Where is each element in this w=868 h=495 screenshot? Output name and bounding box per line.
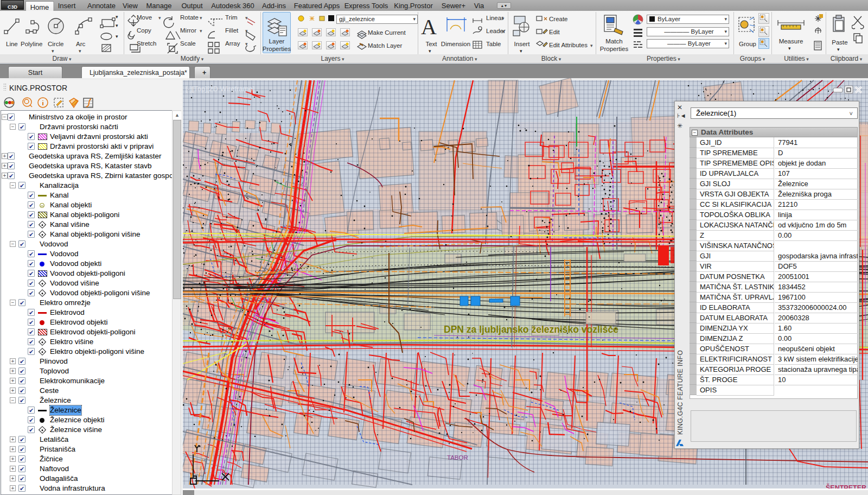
svg-text:TABOR: TABOR xyxy=(447,454,468,461)
svg-text:DPN za ljubljansko železniško: DPN za ljubljansko železniško vozlišče xyxy=(444,324,618,335)
svg-text:[-][Top][2D Wireframe]: [-][Top][2D Wireframe] xyxy=(186,85,254,93)
